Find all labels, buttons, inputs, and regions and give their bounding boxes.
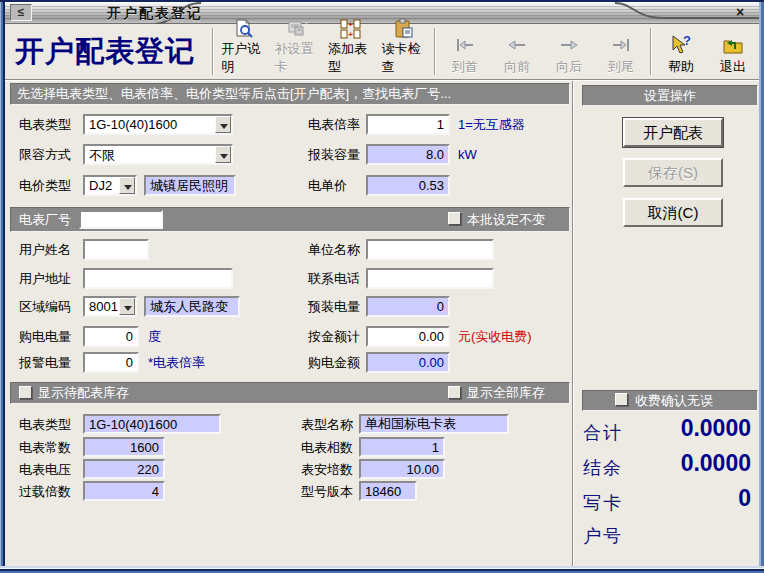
limit-mode-combobox[interactable]: 不限 <box>83 144 233 165</box>
toolbar-button-label: 补设置卡 <box>275 40 320 76</box>
chevron-down-icon[interactable] <box>215 146 231 163</box>
user-name-input[interactable] <box>83 239 149 260</box>
area-code-combobox[interactable]: 8001 <box>83 296 137 317</box>
help-button[interactable]: ? 帮助 <box>655 24 707 79</box>
show-all-stock-checkbox[interactable] <box>448 386 461 399</box>
last-record-icon <box>609 32 633 58</box>
stock-filter-bar: 显示待配表库存 显示全部库存 <box>10 382 570 404</box>
buy-amount-field[interactable] <box>366 352 450 373</box>
by-amount-input[interactable] <box>366 326 450 347</box>
meter-type-value: 1G-10(40)1600 <box>85 116 231 132</box>
batch-fixed-checkbox[interactable] <box>448 212 461 225</box>
main-content: 先选择电表类型、电表倍率、电价类型等后点击[开户配表]，查找电表厂号... 电表… <box>5 81 759 566</box>
cancel-button[interactable]: 取消(C) <box>623 198 723 227</box>
meter-type-combobox[interactable]: 1G-10(40)1600 <box>83 114 233 135</box>
factory-number-input[interactable] <box>79 210 163 229</box>
phone-input[interactable] <box>366 268 494 289</box>
save-button: 保存(S) <box>623 158 723 187</box>
show-pending-stock-checkbox[interactable] <box>19 386 32 399</box>
write-card-value: 0 <box>738 485 751 512</box>
preset-energy-field[interactable] <box>366 296 450 317</box>
factory-number-bar: 电表厂号 本批设定不变 <box>10 207 570 232</box>
multiplier-hint: 1=无互感器 <box>458 114 525 135</box>
go-next-button: 向后 <box>543 24 595 79</box>
model-version-field <box>359 481 417 501</box>
exit-icon <box>721 32 745 58</box>
instruction-bar: 先选择电表类型、电表倍率、电价类型等后点击[开户配表]，查找电表厂号... <box>10 83 570 105</box>
svg-text:+: + <box>348 30 353 39</box>
toolbar-button-label: 到尾 <box>608 58 634 76</box>
toolbar-button-label: 开户说明 <box>221 40 266 76</box>
show-pending-stock-label: 显示待配表库存 <box>38 383 129 403</box>
card-setup-icon: *+ <box>286 18 308 40</box>
fee-confirm-checkbox[interactable] <box>615 393 628 406</box>
toolbar-separator <box>212 28 214 75</box>
account-no-label: 户号 <box>583 524 623 548</box>
toolbar-separator <box>650 28 652 75</box>
chevron-down-icon[interactable] <box>215 116 231 133</box>
limit-mode-value: 不限 <box>85 146 231 165</box>
buy-energy-input[interactable] <box>83 326 139 347</box>
open-account-button[interactable]: 开户配表 <box>623 118 723 147</box>
buy-energy-label: 购电电量 <box>19 326 71 347</box>
capacity-unit: kW <box>458 144 477 165</box>
panel-divider <box>572 81 574 566</box>
meter-constant-field <box>83 437 165 457</box>
app-icon: ≤ <box>10 4 32 21</box>
price-type-combobox[interactable]: DJ2 <box>83 175 137 196</box>
meter-phases-field <box>359 437 445 457</box>
clipboard-check-icon <box>393 18 415 40</box>
read-card-check-button[interactable]: 读卡检查 <box>378 24 431 79</box>
go-prev-button: 向前 <box>491 24 543 79</box>
chevron-down-icon[interactable] <box>119 298 135 315</box>
factory-number-label: 电表厂号 <box>19 208 71 231</box>
model-name-label: 表型名称 <box>301 414 353 435</box>
address-input[interactable] <box>83 268 233 289</box>
meter-voltage-field <box>83 459 165 479</box>
exit-button[interactable]: 退出 <box>707 24 759 79</box>
preset-energy-label: 预装电量 <box>308 296 360 317</box>
toolbar-button-label: 到首 <box>452 58 478 76</box>
phone-label: 联系电话 <box>308 268 360 289</box>
info-meter-type-label: 电表类型 <box>19 414 71 435</box>
user-name-label: 用户姓名 <box>19 239 71 260</box>
alarm-energy-label: 报警电量 <box>19 352 71 373</box>
svg-text:*: * <box>298 27 301 36</box>
prev-record-icon <box>505 32 529 58</box>
org-name-input[interactable] <box>366 239 494 260</box>
unit-price-field[interactable] <box>366 175 450 196</box>
capacity-field[interactable] <box>366 144 450 165</box>
total-label: 合计 <box>583 421 623 445</box>
help-icon: ? <box>669 32 693 58</box>
by-amount-label: 按金额计 <box>308 326 360 347</box>
toolbar: 开户配表登记 开户说明 *+ 补设置卡 ++ 添加表型 <box>5 24 759 79</box>
alarm-energy-input[interactable] <box>83 352 139 373</box>
open-help-button[interactable]: 开户说明 <box>217 24 270 79</box>
instruction-text: 先选择电表类型、电表倍率、电价类型等后点击[开户配表]，查找电表厂号... <box>17 86 451 101</box>
toolbar-button-label: 向前 <box>504 58 530 76</box>
area-code-label: 区域编码 <box>19 296 71 317</box>
multiplier-input[interactable] <box>366 114 450 135</box>
capacity-label: 报装容量 <box>308 144 360 165</box>
toolbar-button-label: 添加表型 <box>328 40 373 76</box>
toolbar-button-label: 帮助 <box>668 58 694 76</box>
toolbar-separator <box>434 28 436 75</box>
close-icon[interactable]: × <box>731 4 749 21</box>
batch-fixed-label: 本批设定不变 <box>467 208 545 231</box>
window-title: 开户配表登记 <box>107 5 203 23</box>
price-type-label: 电价类型 <box>19 175 71 196</box>
chevron-down-icon[interactable] <box>119 177 135 194</box>
add-meter-type-button[interactable]: ++ 添加表型 <box>324 24 377 79</box>
toolbar-button-label: 向后 <box>556 58 582 76</box>
unit-price-label: 电单价 <box>308 175 347 196</box>
toolbar-button-label: 退出 <box>720 58 746 76</box>
balance-label: 结余 <box>583 456 623 480</box>
window-bottom-border <box>0 566 764 573</box>
title-bar: ≤ 开户配表登记 × <box>5 2 759 24</box>
svg-text:?: ? <box>683 34 691 48</box>
meter-type-label: 电表类型 <box>19 114 71 135</box>
meter-phases-label: 电表相数 <box>301 437 353 458</box>
buy-amount-label: 购电金额 <box>308 352 360 373</box>
fee-confirm-label: 收费确认无误 <box>635 391 713 410</box>
by-amount-hint: 元(实收电费) <box>458 326 532 347</box>
